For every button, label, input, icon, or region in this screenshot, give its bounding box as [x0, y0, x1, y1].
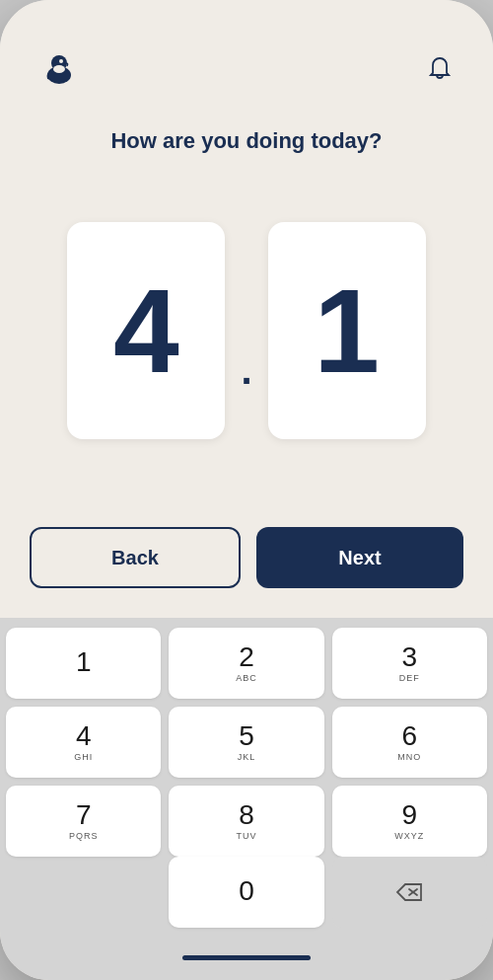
svg-point-2 [53, 65, 65, 73]
key-7[interactable]: 7 PQRS [6, 786, 161, 857]
phone-frame: How are you doing today? 4 . 1 Back Next… [0, 0, 493, 980]
key-6[interactable]: 6 MNO [332, 707, 487, 778]
key-5[interactable]: 5 JKL [169, 707, 323, 778]
backspace-icon [395, 882, 423, 902]
backspace-button[interactable] [332, 857, 487, 928]
key-1[interactable]: 1 [6, 628, 161, 699]
next-button[interactable]: Next [256, 527, 463, 588]
numpad-area: 1 2 ABC 3 DEF 4 GHI 5 JKL 6 MNO [0, 618, 493, 947]
decimal-card: 1 [268, 222, 426, 439]
numpad-grid: 1 2 ABC 3 DEF 4 GHI 5 JKL 6 MNO [6, 628, 487, 857]
question-text: How are you doing today? [30, 128, 463, 154]
action-buttons: Back Next [30, 527, 463, 588]
integer-card: 4 [67, 222, 225, 439]
key-0[interactable]: 0 [169, 857, 323, 928]
main-area: How are you doing today? 4 . 1 Back Next [0, 0, 493, 618]
notification-bell-icon[interactable] [426, 55, 454, 83]
decimal-value: 1 [314, 271, 380, 390]
key-8[interactable]: 8 TUV [169, 786, 323, 857]
empty-key [6, 857, 161, 928]
key-4[interactable]: 4 GHI [6, 707, 161, 778]
header [30, 0, 463, 109]
integer-value: 4 [113, 271, 179, 390]
svg-point-3 [59, 59, 63, 63]
key-3[interactable]: 3 DEF [332, 628, 487, 699]
back-button[interactable]: Back [30, 527, 241, 588]
duck-logo-icon [39, 49, 79, 89]
score-display: 4 . 1 [30, 193, 463, 468]
home-indicator [182, 955, 311, 960]
key-2[interactable]: 2 ABC [169, 628, 323, 699]
decimal-separator: . [241, 348, 251, 393]
key-9[interactable]: 9 WXYZ [332, 786, 487, 857]
numpad-bottom-row: 0 [6, 857, 487, 928]
